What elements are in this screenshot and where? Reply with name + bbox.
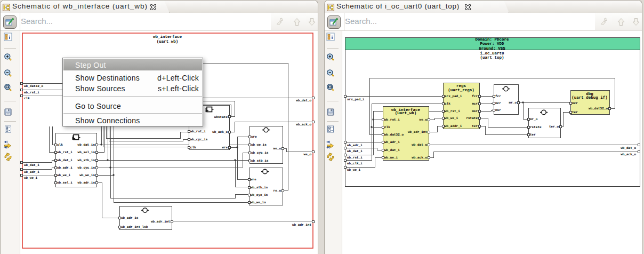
svg-text:wb_adr_i: wb_adr_i: [57, 166, 73, 170]
svg-text:clk: clk: [384, 125, 390, 129]
svg-text:wb_adr_i: wb_adr_i: [384, 140, 400, 144]
svg-text:Power: VDD: Power: VDD: [480, 42, 504, 46]
svg-text:wb_adr_int: wb_adr_int: [151, 220, 170, 224]
svg-text:we_o: we_o: [420, 118, 428, 122]
svg-text:wb_ack_o: wb_ack_o: [212, 130, 228, 134]
svg-text:wb_dat_i: wb_dat_i: [57, 158, 73, 162]
svg-text:wb_we_is: wb_we_is: [251, 143, 267, 147]
svg-text:msr: msr: [495, 108, 501, 112]
svg-text:wb_stb_is: wb_stb_is: [251, 159, 269, 163]
svg-text:wb_we_is: wb_we_is: [251, 201, 266, 204]
svg-text:fcr: fcr: [495, 94, 501, 98]
svg-text:wb_ack_o: wb_ack_o: [412, 156, 427, 160]
svg-text:wre: wre: [222, 146, 228, 149]
svg-text:(uart_top): (uart_top): [480, 55, 504, 60]
svg-text:wb_cyc_is: wb_cyc_is: [251, 151, 269, 155]
svg-text:wre: wre: [251, 178, 256, 181]
svg-text:wb_we_i: wb_we_i: [347, 168, 361, 172]
svg-text:mcr: mcr: [495, 101, 501, 105]
svg-text:wre: wre: [251, 135, 257, 139]
svg-text:srx_pad_i: srx_pad_i: [347, 98, 365, 101]
svg-text:wb_dat_o: wb_dat_o: [412, 143, 427, 147]
svg-text:(uart_wb): (uart_wb): [395, 111, 417, 116]
svg-text:wb_dat_i: wb_dat_i: [347, 149, 363, 153]
svg-text:wb_dat_o: wb_dat_o: [621, 146, 636, 150]
svg-text:wb_we_i: wb_we_i: [384, 156, 398, 160]
svg-text:clk: clk: [445, 102, 450, 106]
svg-text:i_oc_uart0: i_oc_uart0: [480, 51, 504, 56]
svg-text:wb_adr_i: wb_adr_i: [347, 144, 363, 147]
svg-text:wb_rst_i: wb_rst_i: [24, 91, 39, 94]
svg-text:wb_rst_i: wb_rst_i: [190, 130, 206, 133]
svg-text:ter: ter: [472, 124, 478, 128]
svg-text:we_o: we_o: [273, 147, 281, 150]
svg-text:wb_sel_is: wb_sel_is: [78, 150, 95, 154]
svg-text:msr: msr: [472, 109, 478, 113]
svg-text:ter: ter: [530, 133, 536, 137]
svg-text:(uart_wb): (uart_wb): [157, 39, 179, 44]
svg-text:wb_we_i: wb_we_i: [57, 173, 71, 177]
svg-text:re_o: re_o: [273, 189, 281, 193]
svg-text:clk: clk: [57, 143, 63, 147]
svg-text:wb_addr_i: wb_addr_i: [445, 124, 462, 128]
svg-text:mr_o: mr_o: [509, 101, 517, 105]
svg-text:wb_adr_int: wb_adr_int: [292, 223, 311, 227]
svg-text:fcr: fcr: [472, 94, 478, 98]
svg-text:wb_adr_is: wb_adr_is: [78, 181, 95, 185]
svg-text:(uart_regs): (uart_regs): [448, 88, 474, 93]
svg-text:wb_rst_i: wb_rst_i: [384, 118, 400, 122]
svg-text:wb_dat_is: wb_dat_is: [78, 143, 95, 147]
svg-text:Ground: VSS: Ground: VSS: [479, 46, 505, 51]
svg-text:mcr: mcr: [572, 101, 578, 105]
svg-text:wb_rst_i: wb_rst_i: [347, 156, 363, 160]
svg-text:we_o: we_o: [304, 153, 312, 156]
svg-text:rstate: rstate: [466, 116, 478, 120]
svg-text:wb_adr_int_lsb: wb_adr_int_lsb: [121, 225, 148, 229]
svg-text:wb_interface: wb_interface: [153, 35, 182, 39]
svg-text:wb_dat_o: wb_dat_o: [296, 99, 311, 102]
svg-text:ter: ter: [572, 110, 578, 114]
svg-text:wb_stb_is: wb_stb_is: [251, 186, 268, 189]
svg-text:Domain: PDcore: Domain: PDcore: [475, 37, 509, 42]
svg-text:wb_clk_i: wb_clk_i: [347, 162, 363, 165]
svg-text:wb_cyc_is: wb_cyc_is: [190, 138, 208, 141]
svg-text:wb_rst_i: wb_rst_i: [57, 150, 73, 154]
svg-text:wb_dat32_o: wb_dat32_o: [589, 107, 608, 110]
svg-text:wb_cyc_is: wb_cyc_is: [251, 193, 268, 197]
svg-text:wb_ack_o: wb_ack_o: [296, 123, 311, 126]
svg-text:wb_sel_i: wb_sel_i: [57, 181, 73, 185]
svg-text:mr_o: mr_o: [530, 117, 538, 121]
svg-text:wb_we_is: wb_we_is: [79, 173, 95, 177]
svg-text:clk: clk: [24, 97, 30, 100]
svg-text:wb_adr_is: wb_adr_is: [121, 216, 139, 220]
svg-text:wb_rst_i: wb_rst_i: [445, 109, 460, 113]
svg-text:wbstate: wbstate: [214, 115, 228, 119]
svg-text:wb_dat_i: wb_dat_i: [24, 163, 39, 167]
svg-text:wb_dat_i: wb_dat_i: [384, 148, 400, 152]
svg-text:(uart_debug_if): (uart_debug_if): [571, 96, 608, 100]
svg-text:wb_adr_int: wb_adr_int: [408, 130, 427, 134]
svg-text:clk: clk: [190, 146, 196, 149]
svg-text:wb_we_i: wb_we_i: [445, 116, 458, 120]
svg-text:wb_cyc_is: wb_cyc_is: [78, 166, 95, 170]
svg-text:mcr: mcr: [472, 102, 478, 106]
svg-text:rstate: rstate: [530, 125, 542, 129]
svg-text:srx_pad_i: srx_pad_i: [445, 94, 462, 98]
svg-text:ter_o: ter_o: [549, 125, 559, 129]
svg-text:wb_stb_is: wb_stb_is: [78, 158, 95, 162]
svg-text:wb_dat32_o: wb_dat32_o: [384, 133, 404, 137]
svg-text:wb_ack_o: wb_ack_o: [621, 153, 636, 156]
svg-text:wb_dat32_o: wb_dat32_o: [24, 84, 43, 88]
svg-text:wb_we_i: wb_we_i: [24, 176, 38, 180]
svg-text:wb_adr_i: wb_adr_i: [24, 170, 39, 174]
